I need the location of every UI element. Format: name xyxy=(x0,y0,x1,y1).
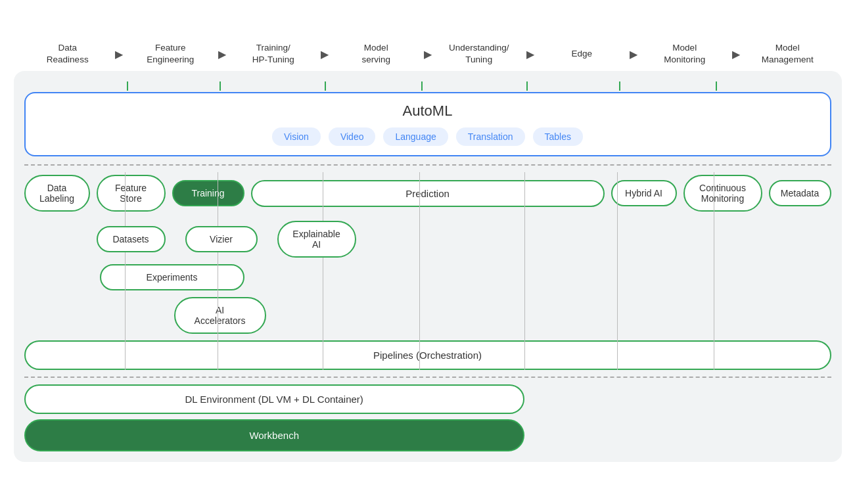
pill-data-labeling: DataLabeling xyxy=(24,175,90,212)
separator-1 xyxy=(24,164,831,166)
pill-workbench: Workbench xyxy=(24,419,524,451)
step-training-hp: Training/HP-Tuning xyxy=(226,42,321,66)
chip-language: Language xyxy=(383,127,448,146)
pill-hybrid-ai: Hybrid AI xyxy=(611,180,677,206)
step-understanding: Understanding/Tuning xyxy=(432,42,527,66)
pill-vizier: Vizier xyxy=(185,226,258,252)
arrow-5: ▶ xyxy=(526,48,534,60)
step-data-readiness: DataReadiness xyxy=(20,42,116,66)
chip-vision: Vision xyxy=(272,127,321,146)
arrow-7: ▶ xyxy=(732,48,740,60)
main-area: AutoML Vision Video Language Translation… xyxy=(14,71,842,462)
step-edge: Edge xyxy=(534,48,630,60)
chip-tables: Tables xyxy=(533,127,583,146)
step-model-monitoring: ModelMonitoring xyxy=(637,42,733,66)
pill-feature-store: FeatureStore xyxy=(97,175,166,212)
pill-ai-accelerators: AIAccelerators xyxy=(174,297,266,334)
dev-tools: DL Environment (DL VM + DL Container) Wo… xyxy=(24,384,524,451)
arrow-6: ▶ xyxy=(630,48,637,60)
pill-prediction: Prediction xyxy=(251,180,605,207)
step-model-management: ModelManagement xyxy=(740,42,835,66)
automl-title: AutoML xyxy=(39,103,817,120)
pipeline-bar: DataReadiness ▶ FeatureEngineering ▶ Tra… xyxy=(14,42,842,66)
step-model-serving: Modelserving xyxy=(329,42,424,66)
arrow-1: ▶ xyxy=(115,48,123,60)
chip-translation: Translation xyxy=(456,127,525,146)
pill-continuous-monitoring: ContinuousMonitoring xyxy=(683,175,762,212)
separator-2 xyxy=(24,377,831,378)
pill-dl-env: DL Environment (DL VM + DL Container) xyxy=(24,384,524,414)
step-feature-engineering: FeatureEngineering xyxy=(123,42,218,66)
pill-experiments: Experiments xyxy=(100,264,244,290)
pill-datasets: Datasets xyxy=(97,226,166,252)
arrow-2: ▶ xyxy=(218,48,226,60)
arrow-4: ▶ xyxy=(424,48,432,60)
arrow-3: ▶ xyxy=(321,48,329,60)
automl-box: AutoML Vision Video Language Translation… xyxy=(24,92,831,156)
chip-video: Video xyxy=(329,127,376,146)
pill-metadata: Metadata xyxy=(769,180,831,206)
pill-training: Training xyxy=(172,180,244,206)
pill-pipelines: Pipelines (Orchestration) xyxy=(24,340,831,370)
services-row-1: DataLabeling FeatureStore Training Predi… xyxy=(24,172,831,214)
automl-chips: Vision Video Language Translation Tables xyxy=(39,127,817,146)
services-area: DataLabeling FeatureStore Training Predi… xyxy=(24,172,831,370)
pill-explainable-ai: ExplainableAI xyxy=(277,221,356,258)
diagram-wrapper: DataReadiness ▶ FeatureEngineering ▶ Tra… xyxy=(14,42,842,462)
